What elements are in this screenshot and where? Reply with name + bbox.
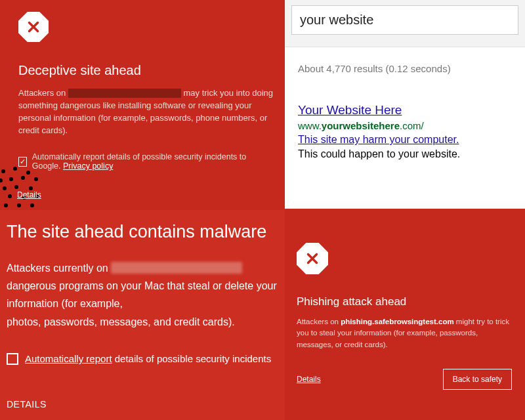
search-input[interactable] [291, 5, 518, 35]
phishing-heading: Phishing attack ahead [297, 295, 512, 308]
redacted-domain-blur [111, 262, 242, 274]
redacted-domain [68, 89, 181, 98]
auto-report-checkbox-2[interactable] [7, 353, 18, 365]
auto-report-rest: details of possible security incidents [112, 353, 272, 364]
phishing-panel: Phishing attack ahead Attackers on phish… [285, 209, 525, 420]
auto-report-strong: Automatically report [25, 353, 112, 364]
malware-heading: The site ahead contains malware [7, 222, 293, 242]
result-title-link[interactable]: Your Website Here [298, 103, 402, 117]
phishing-domain: phishing.safebrowsingtest.com [341, 318, 454, 326]
stop-icon [18, 12, 49, 42]
result-url: www.yourwebsitehere.com/ [298, 120, 424, 131]
search-result: Your Website Here www.yourwebsitehere.co… [285, 74, 525, 161]
result-harm-warning[interactable]: This site may harm your computer. [298, 134, 459, 145]
result-stats: About 4,770 results (0.12 seconds) [285, 47, 525, 74]
stop-icon [297, 243, 328, 274]
phishing-details-link[interactable]: Details [297, 375, 321, 384]
deceptive-body: Attackers on may trick you into doing so… [18, 87, 277, 136]
auto-report-checkbox[interactable]: ✓ [18, 157, 27, 167]
back-to-safety-button[interactable]: Back to safety [443, 369, 512, 390]
search-panel: About 4,770 results (0.12 seconds) Your … [285, 0, 525, 209]
search-bar [285, 0, 525, 47]
auto-report-row-2[interactable]: Automatically report details of possible… [7, 353, 293, 365]
malware-panel: The site ahead contains malware Attacker… [0, 210, 302, 420]
malware-body: Attackers currently on dangerous program… [7, 259, 293, 331]
auto-report-row[interactable]: ✓ Automatically report details of possib… [18, 152, 277, 171]
privacy-policy-link[interactable]: Privacy policy [63, 161, 113, 171]
phishing-body: Attackers on phishing.safebrowsingtest.c… [297, 316, 512, 350]
result-note: This could happen to your website. [298, 148, 460, 159]
details-button[interactable]: DETAILS [7, 399, 47, 410]
details-link[interactable]: Details [17, 190, 41, 200]
deceptive-heading: Deceptive site ahead [18, 63, 277, 78]
deceptive-site-panel: Deceptive site ahead Attackers on may tr… [0, 0, 285, 210]
